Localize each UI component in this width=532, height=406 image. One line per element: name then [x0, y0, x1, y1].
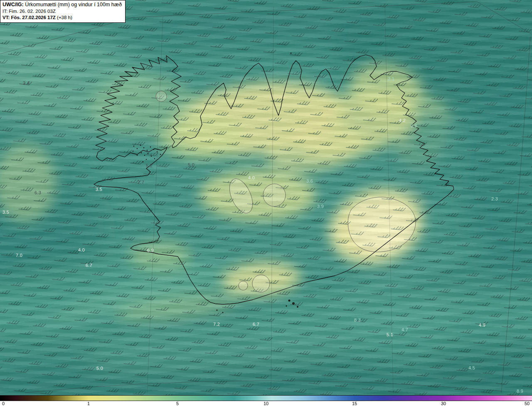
colorbar-tick-label: 15 [352, 401, 357, 406]
map-graphic [0, 0, 532, 395]
tick-text: 50 [525, 401, 530, 406]
tick-text: 5 [176, 401, 179, 406]
weather-map-page: 2.4 2.1 4.2 3.8 5.2 5.0 2.7 3.5 4.0 3.6 … [0, 0, 532, 406]
tick-text: 10 [264, 401, 268, 406]
colorbar-tick-label: 0 [2, 401, 5, 406]
precipitation-wind-map: 2.4 2.1 4.2 3.8 5.2 5.0 2.7 3.5 4.0 3.6 … [0, 0, 532, 395]
forecast-offset: (+38 h) [56, 15, 72, 20]
title-line: UWC/IG: Úrkomumætti (mm) og vindur í 100… [2, 2, 122, 8]
tick-text: 30 [441, 401, 446, 406]
model-id: UWC/IG: [2, 2, 24, 7]
valid-time: VT: Fös. 27.02.2026 17Z [2, 15, 56, 20]
init-time: IT: Fim. 26. 02. 2026 03Z [2, 8, 122, 15]
colorbar-ticks: 0 1 5 10 15 30 50 [0, 401, 532, 406]
tick-text: 15 [352, 401, 357, 406]
colorbar: 0 1 5 10 15 30 50 [0, 395, 532, 406]
map-title-box: UWC/IG: Úrkomumætti (mm) og vindur í 100… [0, 0, 126, 23]
colorbar-tick-label: 10 [264, 401, 268, 406]
colorbar-tick-label: 30 [441, 401, 446, 406]
map-title: Úrkomumætti (mm) og vindur í 100m hæð [24, 2, 122, 7]
tick-text: 1 [87, 401, 90, 406]
colorbar-tick-label: 50 [525, 401, 530, 406]
colorbar-gradient [0, 395, 532, 401]
colorbar-tick-label: 1 [87, 401, 90, 406]
colorbar-tick-label: 5 [176, 401, 179, 406]
tick-text: 0 [2, 401, 5, 406]
valid-time-line: VT: Fös. 27.02.2026 17Z (+38 h) [2, 15, 122, 21]
